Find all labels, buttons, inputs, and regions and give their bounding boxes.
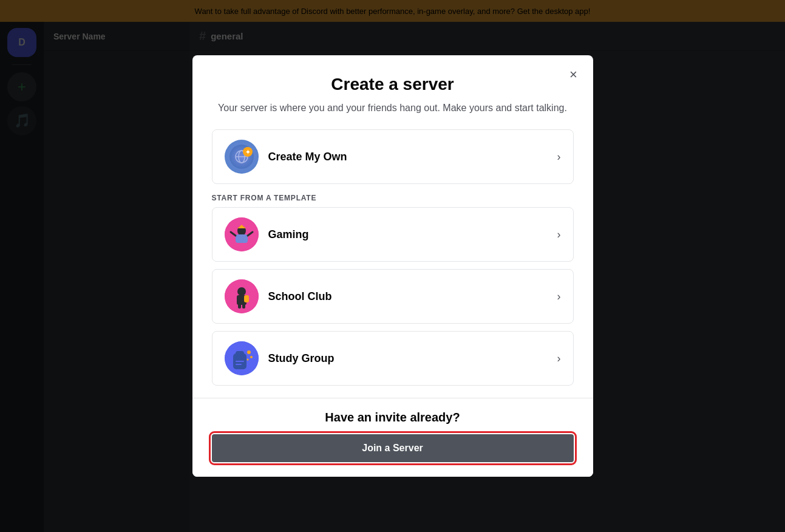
gaming-option[interactable]: Gaming › — [212, 207, 574, 262]
svg-point-24 — [250, 356, 253, 358]
study-group-icon — [225, 341, 259, 375]
svg-rect-17 — [242, 304, 245, 309]
gaming-label: Gaming — [268, 228, 557, 241]
svg-point-25 — [246, 359, 248, 361]
svg-rect-20 — [236, 351, 244, 356]
modal-header: Create a server Your server is where you… — [192, 55, 593, 120]
study-group-option[interactable]: Study Group › — [212, 331, 574, 386]
svg-rect-8 — [236, 234, 248, 243]
footer-title: Have an invite already? — [212, 411, 574, 425]
gaming-chevron-icon: › — [557, 228, 561, 241]
gaming-svg — [225, 217, 259, 251]
school-club-icon — [225, 279, 259, 313]
close-icon: × — [569, 67, 577, 83]
modal-subtitle: Your server is where you and your friend… — [212, 101, 574, 115]
create-own-svg: ✦ — [229, 145, 254, 169]
svg-rect-22 — [236, 364, 242, 365]
svg-point-13 — [237, 287, 246, 296]
school-svg — [225, 279, 259, 313]
study-group-label: Study Group — [268, 352, 557, 365]
svg-point-23 — [247, 350, 251, 354]
svg-rect-15 — [244, 295, 249, 302]
create-server-modal: × Create a server Your server is where y… — [192, 55, 593, 477]
modal-title: Create a server — [212, 75, 574, 94]
school-club-chevron-icon: › — [557, 290, 561, 303]
modal-footer: Have an invite already? Join a Server — [192, 398, 593, 477]
study-svg — [225, 341, 259, 375]
gaming-icon — [225, 217, 259, 251]
svg-text:✦: ✦ — [245, 149, 251, 155]
modal-backdrop: × Create a server Your server is where y… — [0, 0, 785, 532]
study-group-chevron-icon: › — [557, 352, 561, 365]
school-club-label: School Club — [268, 290, 557, 303]
school-club-option[interactable]: School Club › — [212, 269, 574, 324]
create-own-label: Create My Own — [268, 151, 557, 163]
svg-rect-21 — [236, 361, 244, 362]
svg-rect-16 — [238, 304, 241, 309]
create-my-own-option[interactable]: ✦ Create My Own › — [212, 129, 574, 184]
create-own-icon: ✦ — [225, 140, 259, 174]
modal-close-button[interactable]: × — [564, 65, 583, 84]
template-section-label: START FROM A TEMPLATE — [212, 194, 574, 202]
modal-body: ✦ Create My Own › START FROM A TEMPLATE — [192, 120, 593, 393]
join-server-button[interactable]: Join a Server — [212, 434, 574, 462]
create-own-chevron-icon: › — [557, 151, 561, 163]
